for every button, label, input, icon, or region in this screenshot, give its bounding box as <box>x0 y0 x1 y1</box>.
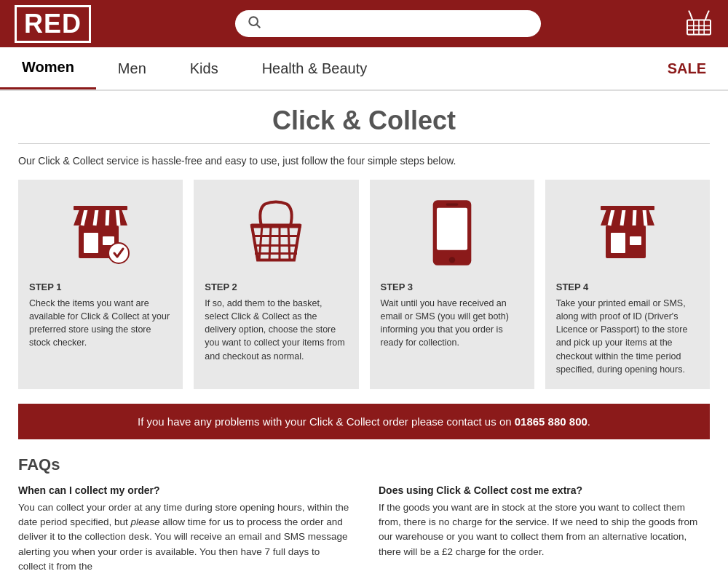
step-2-label: STEP 2 <box>205 281 347 292</box>
main-nav: Women Men Kids Health & Beauty SALE <box>0 47 728 91</box>
step-2-card: STEP 2 If so, add them to the basket, se… <box>194 180 358 389</box>
faq-item-1: When can I collect my order? You can col… <box>18 484 349 571</box>
page-title: Click & Collect <box>18 91 710 143</box>
svg-rect-27 <box>250 224 301 228</box>
step-3-card: STEP 3 Wait until you have received an e… <box>370 180 534 389</box>
main-content: Click & Collect Our Click & Collect serv… <box>0 91 728 571</box>
step-1-icon <box>29 193 172 273</box>
svg-rect-33 <box>611 233 625 253</box>
nav-item-men[interactable]: Men <box>96 47 168 89</box>
step-3-icon <box>381 193 523 273</box>
svg-point-30 <box>448 257 454 263</box>
nav-item-health-beauty[interactable]: Health & Beauty <box>240 47 389 89</box>
search-input[interactable] <box>267 17 529 31</box>
cart-icon[interactable] <box>684 8 713 40</box>
contact-banner: If you have any problems with your Click… <box>18 404 710 439</box>
svg-line-25 <box>288 226 290 260</box>
faqs-section: FAQs When can I collect my order? You ca… <box>18 455 710 571</box>
search-bar[interactable] <box>235 10 541 37</box>
faq-1-answer: You can collect your order at any time d… <box>18 500 349 571</box>
svg-line-1 <box>256 25 260 28</box>
contact-text-after: . <box>587 415 590 428</box>
intro-text: Our Click & Collect service is hassle-fr… <box>18 155 710 167</box>
steps-grid: STEP 1 Check the items you want are avai… <box>18 180 710 389</box>
step-3-label: STEP 3 <box>381 281 523 292</box>
step-4-desc: Take your printed email or SMS, along wi… <box>556 297 699 376</box>
search-icon <box>247 15 261 33</box>
svg-line-15 <box>117 209 119 225</box>
faq-2-answer: If the goods you want are in stock at th… <box>379 500 710 559</box>
step-1-label: STEP 1 <box>29 281 172 292</box>
svg-line-39 <box>644 209 646 225</box>
svg-line-23 <box>269 226 271 260</box>
svg-rect-40 <box>601 206 654 210</box>
step-1-desc: Check the items you want are available f… <box>29 297 172 350</box>
nav-item-women[interactable]: Women <box>0 47 96 89</box>
faqs-grid: When can I collect my order? You can col… <box>18 484 710 571</box>
step-1-card: STEP 1 Check the items you want are avai… <box>18 180 183 389</box>
svg-line-37 <box>622 209 624 225</box>
svg-rect-10 <box>103 236 114 245</box>
faq-2-question: Does using Click & Collect cost me extra… <box>379 484 710 496</box>
step-4-icon <box>556 193 699 273</box>
svg-line-13 <box>95 209 97 225</box>
faq-item-2: Does using Click & Collect cost me extra… <box>379 484 710 571</box>
title-divider <box>18 143 710 144</box>
svg-rect-31 <box>446 203 458 205</box>
site-logo: RED <box>15 5 91 43</box>
svg-line-22 <box>259 226 262 260</box>
step-2-desc: If so, add them to the basket, select Cl… <box>205 297 347 363</box>
svg-point-0 <box>249 17 258 25</box>
svg-rect-29 <box>437 208 467 250</box>
svg-line-38 <box>634 209 635 225</box>
step-3-desc: Wait until you have received an email or… <box>381 297 523 350</box>
nav-item-kids[interactable]: Kids <box>168 47 240 89</box>
step-4-card: STEP 4 Take your printed email or SMS, a… <box>545 180 710 389</box>
faq-1-question: When can I collect my order? <box>18 484 349 496</box>
step-4-label: STEP 4 <box>556 281 699 292</box>
contact-text-before: If you have any problems with your Click… <box>138 415 515 428</box>
svg-rect-9 <box>84 233 98 253</box>
step-2-icon <box>205 193 347 273</box>
nav-item-sale[interactable]: SALE <box>646 47 728 89</box>
svg-rect-34 <box>630 236 641 245</box>
contact-phone: 01865 880 800 <box>515 415 587 428</box>
svg-rect-16 <box>74 206 127 210</box>
site-header: RED <box>0 0 728 47</box>
svg-line-14 <box>107 209 108 225</box>
faqs-title: FAQs <box>18 455 710 474</box>
